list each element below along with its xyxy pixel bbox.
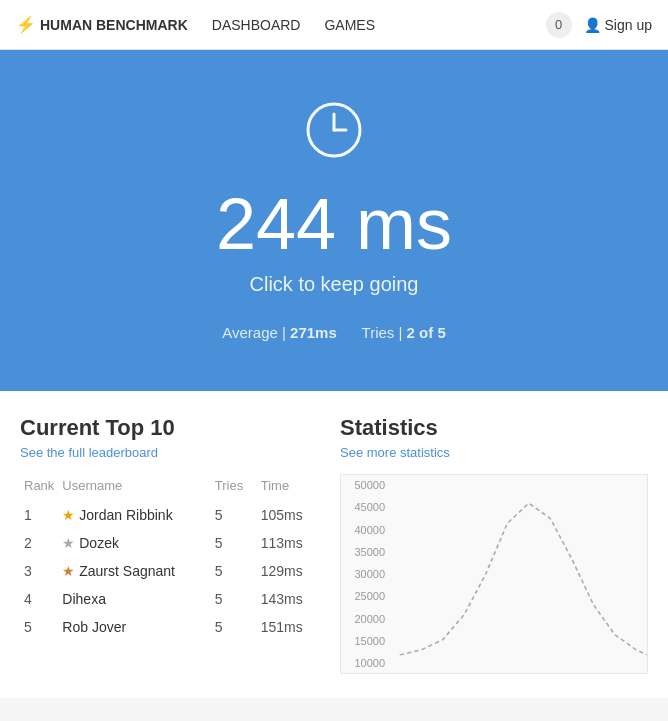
time-cell: 129ms [257,557,320,585]
col-tries: Tries [211,474,257,501]
chart-svg [389,483,647,665]
bolt-icon: ⚡ [16,15,36,34]
statistics-title: Statistics [340,415,648,441]
time-cell: 143ms [257,585,320,613]
y-axis-label: 40000 [343,524,385,536]
rank-cell: 1 [20,501,58,529]
y-axis-label: 25000 [343,590,385,602]
nav-right: 0 👤 Sign up [546,12,652,38]
gold-star-icon: ★ [62,507,75,523]
table-row: 3 ★ Zaurst Sagnant 5 129ms [20,557,320,585]
statistics-panel: Statistics See more statistics 500004500… [340,415,648,674]
tries-cell: 5 [211,585,257,613]
hero-cta: Click to keep going [20,273,648,296]
person-icon: 👤 [584,17,601,33]
tries-cell: 5 [211,501,257,529]
time-cell: 151ms [257,613,320,641]
y-axis-label: 15000 [343,635,385,647]
table-row: 5 Rob Jover 5 151ms [20,613,320,641]
rank-cell: 2 [20,529,58,557]
time-cell: 113ms [257,529,320,557]
username-cell: ★ Dozek [58,529,210,557]
tries-label: Tries | [362,324,403,341]
table-row: 2 ★ Dozek 5 113ms [20,529,320,557]
rank-cell: 3 [20,557,58,585]
bottom-section: Current Top 10 See the full leaderboard … [0,391,668,698]
col-rank: Rank [20,474,58,501]
tries-cell: 5 [211,529,257,557]
hero-stats: Average | 271ms Tries | 2 of 5 [20,324,648,341]
navbar: ⚡ HUMAN BENCHMARK DASHBOARD GAMES 0 👤 Si… [0,0,668,50]
tries-value: 2 of 5 [407,324,446,341]
leaderboard-table: Rank Username Tries Time 1 ★ Jordan Ribb… [20,474,320,641]
tries-cell: 5 [211,613,257,641]
username-cell: ★ Jordan Ribbink [58,501,210,529]
col-time: Time [257,474,320,501]
brand[interactable]: ⚡ HUMAN BENCHMARK [16,15,188,34]
username-cell: ★ Zaurst Sagnant [58,557,210,585]
username-cell: Dihexa [58,585,210,613]
y-axis-label: 50000 [343,479,385,491]
reaction-time: 244 ms [20,183,648,265]
y-axis-label: 20000 [343,613,385,625]
leaderboard-link[interactable]: See the full leaderboard [20,445,320,460]
brand-name: HUMAN BENCHMARK [40,17,188,33]
nav-dashboard[interactable]: DASHBOARD [212,17,301,33]
rank-cell: 5 [20,613,58,641]
y-axis-label: 10000 [343,657,385,669]
silver-star-icon: ★ [62,535,75,551]
signup-button[interactable]: 👤 Sign up [584,17,652,33]
leaderboard-panel: Current Top 10 See the full leaderboard … [20,415,320,674]
nav-score-badge: 0 [546,12,572,38]
rank-cell: 4 [20,585,58,613]
table-row: 4 Dihexa 5 143ms [20,585,320,613]
y-axis-label: 35000 [343,546,385,558]
table-row: 1 ★ Jordan Ribbink 5 105ms [20,501,320,529]
tries-cell: 5 [211,557,257,585]
y-axis-label: 30000 [343,568,385,580]
time-cell: 105ms [257,501,320,529]
leaderboard-title: Current Top 10 [20,415,320,441]
statistics-chart: 5000045000400003500030000250002000015000… [340,474,648,674]
y-axis-label: 45000 [343,501,385,513]
username-cell: Rob Jover [58,613,210,641]
y-axis: 5000045000400003500030000250002000015000… [341,475,389,673]
statistics-link[interactable]: See more statistics [340,445,648,460]
col-username: Username [58,474,210,501]
hero-section[interactable]: 244 ms Click to keep going Average | 271… [0,50,668,391]
nav-games[interactable]: GAMES [324,17,375,33]
nav-links: DASHBOARD GAMES [212,17,546,33]
clock-icon [20,100,648,171]
average-label: Average | [222,324,286,341]
average-value: 271ms [290,324,337,341]
bronze-star-icon: ★ [62,563,75,579]
